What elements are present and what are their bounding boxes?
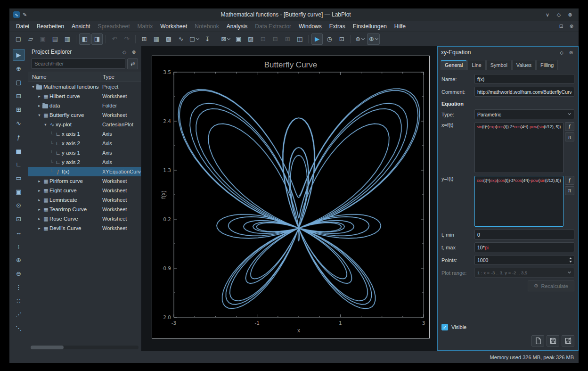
expand-arrow-icon[interactable]: ▸ (36, 226, 42, 231)
zoom-mode-button[interactable]: ⊕ (353, 33, 366, 45)
plot-canvas[interactable]: -3-113-2.0-0.90.21.32.43.5 Butterfly Cur… (152, 56, 430, 338)
add-info-element-tool-button[interactable]: ⊙ (13, 199, 25, 211)
add-curve-tool-button[interactable]: ∿ (13, 117, 25, 129)
tree-row-rose-curve[interactable]: ▸▦Rose CurveWorksheet (28, 214, 141, 223)
insert-constant-button[interactable]: π (565, 186, 574, 195)
tree-row-teardrop-curve[interactable]: ▸▦Teardrop CurveWorksheet (28, 205, 141, 214)
scrollbar-thumb[interactable] (31, 346, 64, 349)
new-worksheet-button[interactable]: ⊞ (139, 33, 150, 45)
filter-options-button[interactable]: ⇄ (127, 58, 138, 69)
auto-scale-tool-button[interactable]: ⊡ (13, 213, 25, 225)
add-text-label-button[interactable]: ▣ (233, 33, 244, 45)
menu-windows[interactable]: Windows (295, 22, 326, 31)
minimize-button[interactable]: ∨ (543, 10, 552, 19)
expand-arrow-icon[interactable]: ▸ (36, 94, 42, 99)
shift-left-tool-button[interactable]: ⋮ (13, 281, 25, 293)
float-dock-icon[interactable]: ◇ (558, 49, 565, 56)
shift-down-tool-button[interactable]: ⋱ (13, 322, 25, 334)
expand-arrow-icon[interactable]: ▾ (42, 122, 49, 127)
new-matrix-button[interactable]: ▩ (163, 33, 174, 45)
expand-arrow-icon[interactable]: ▸ (36, 188, 42, 193)
tree-row-eight-curve[interactable]: ▸▦Eight curveWorksheet (28, 186, 141, 195)
toggle-properties-dock-button[interactable]: ◨ (91, 33, 103, 45)
expand-arrow-icon[interactable]: ▸ (36, 198, 42, 202)
tab-line[interactable]: Line (467, 60, 485, 70)
tab-values[interactable]: Values (512, 60, 536, 70)
menu-bearbeiten[interactable]: Bearbeiten (33, 22, 68, 31)
expand-arrow-icon[interactable]: ▸ (36, 207, 42, 212)
add-axis-tool-button[interactable]: ∟ (13, 158, 25, 170)
y-expression[interactable]: cos(t)*(exp(cos(t))-2*cos(4*t)-pow(sin(t… (474, 176, 564, 227)
zoom-y-selection-tool-button[interactable]: ⊞ (13, 104, 25, 115)
type-combobox[interactable]: Parametric (474, 109, 574, 119)
tree-row-data[interactable]: ▸dataFolder (28, 101, 141, 110)
presenter-mode-button[interactable]: ▶ (311, 33, 323, 45)
new-spreadsheet-button[interactable]: ▦ (151, 33, 162, 45)
tree-row-mathematical-functions[interactable]: ▾Mathematical functionsProject (28, 82, 141, 91)
insert-function-button[interactable]: ƒ (565, 176, 574, 185)
tree-row-piriform-curve[interactable]: ▸▦Piriform curveWorksheet (28, 176, 141, 186)
search-input[interactable] (31, 58, 125, 69)
tree-row-x-axis-2[interactable]: └∟x axis 2Axis (28, 139, 141, 148)
close-button[interactable]: ⊗ (565, 10, 575, 19)
spin-buttons[interactable] (569, 257, 572, 263)
tmin-field[interactable] (474, 230, 574, 239)
tree-row-hilbert-curve[interactable]: ▸▦Hilbert curveWorksheet (28, 91, 141, 101)
select-mode-button[interactable]: ⊡ (257, 33, 269, 45)
mdi-restore-button[interactable]: ⊡ (557, 23, 565, 30)
save-default-button[interactable] (562, 335, 574, 346)
expand-arrow-icon[interactable]: ▸ (36, 179, 42, 183)
redo-button[interactable]: ↷ (121, 33, 132, 45)
visible-checkbox[interactable] (441, 324, 448, 330)
tab-filling[interactable]: Filling (536, 60, 558, 70)
history-button[interactable]: ◷ (324, 33, 335, 45)
auto-scale-y-tool-button[interactable]: ↕ (13, 240, 25, 252)
maximize-button[interactable]: ◇ (554, 10, 564, 19)
zoom-x-selection-tool-button[interactable]: ⊟ (13, 90, 25, 102)
auto-scale-x-tool-button[interactable]: ↔ (13, 227, 25, 239)
menu-hilfe[interactable]: Hilfe (391, 22, 409, 31)
undo-button[interactable]: ↶ (109, 33, 120, 45)
print-preview-button[interactable]: ▥ (62, 33, 73, 45)
zoom-in-tool-button[interactable]: ⊕ (13, 254, 25, 266)
print-button[interactable]: ▤ (49, 33, 61, 45)
add-text-label-tool-button[interactable]: ▣ (13, 186, 25, 198)
spin-down-icon[interactable] (569, 261, 572, 263)
menu-einstellungen[interactable]: Einstellungen (349, 22, 391, 31)
select-tool-button[interactable]: ▶ (13, 49, 25, 61)
zoom-out-mode-button[interactable]: ⊟ (270, 33, 281, 45)
new-object-button[interactable]: ▢ (188, 33, 201, 45)
add-legend-tool-button[interactable]: ▭ (13, 172, 25, 184)
shift-up-tool-button[interactable]: ⋰ (13, 309, 25, 321)
tree-row-x-axis-1[interactable]: └∟x axis 1Axis (28, 129, 141, 139)
tree-column-headers[interactable]: Name Type (28, 72, 141, 82)
expand-arrow-icon[interactable]: ▸ (36, 103, 42, 108)
column-header-type[interactable]: Type (100, 72, 141, 82)
add-plot-button[interactable]: ⊠ (219, 33, 232, 45)
menu-worksheet[interactable]: Worksheet (156, 22, 191, 31)
crosshair-tool-button[interactable]: ⊕ (13, 63, 25, 74)
mdi-close-button[interactable]: ⊗ (567, 23, 576, 30)
insert-constant-button[interactable]: π (565, 132, 574, 141)
close-dock-icon[interactable]: ⊗ (567, 49, 575, 56)
float-panel-icon[interactable]: ◇ (121, 48, 128, 56)
tree-row-devil-s-curve[interactable]: ▸▦Devil's CurveWorksheet (28, 223, 141, 233)
tab-symbol[interactable]: Symbol (486, 60, 512, 70)
save-project-button[interactable]: ▣ (37, 33, 49, 45)
toggle-project-explorer-button[interactable]: ◧ (79, 33, 90, 45)
import-data-button[interactable]: ↧ (202, 33, 213, 45)
tree-row-y-axis-2[interactable]: └∟y axis 2Axis (28, 157, 141, 167)
close-panel-icon[interactable]: ⊗ (130, 48, 138, 56)
new-project-button[interactable]: ▢ (13, 33, 24, 45)
expand-arrow-icon[interactable]: ▾ (36, 113, 42, 117)
menu-analysis[interactable]: Analysis (223, 22, 252, 31)
titlebar[interactable]: ∿ ✎ Mathematical functions - [Butterfly … (9, 8, 579, 21)
layout-button[interactable]: ◫ (294, 33, 305, 45)
menu-extras[interactable]: Extras (326, 22, 349, 31)
expand-arrow-icon[interactable]: ▸ (36, 216, 42, 221)
open-project-button[interactable]: ▱ (25, 33, 36, 45)
fit-selection-button[interactable]: ⊡ (336, 33, 347, 45)
expand-arrow-icon[interactable]: ▾ (30, 84, 36, 89)
x-expression[interactable]: sin(t)*(exp(cos(t))-2*cos(4*t)-pow(sin(t… (474, 122, 564, 173)
zoom-selection-tool-button[interactable]: ▢ (13, 76, 25, 88)
